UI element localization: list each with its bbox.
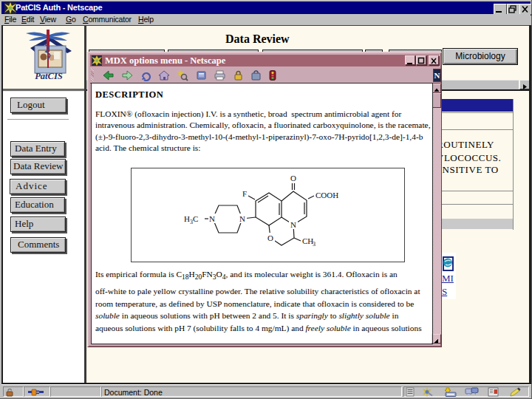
svg-text:PatCIS: PatCIS (35, 71, 63, 81)
